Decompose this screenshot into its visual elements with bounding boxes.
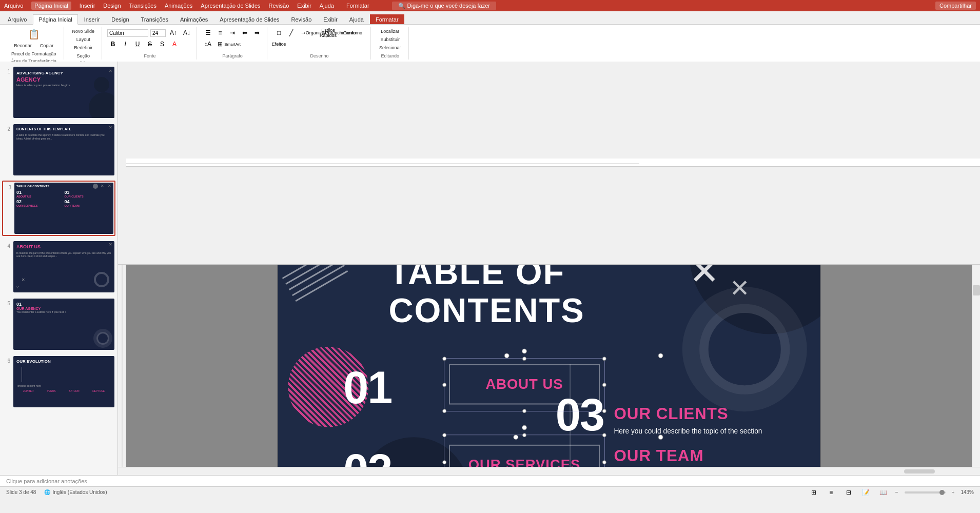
tab-arquivo[interactable]: Arquivo <box>2 14 32 24</box>
align-right-button[interactable]: ➡ <box>251 28 263 38</box>
zoom-out-button[interactable]: − <box>895 489 898 495</box>
handle-tm[interactable] <box>522 357 526 361</box>
strikethrough-button[interactable]: S <box>144 39 155 49</box>
about-us-box[interactable]: ABOUT US <box>449 364 600 404</box>
menu-apresentacao[interactable]: Apresentação de Slides <box>201 3 260 9</box>
tab-transicoes[interactable]: Transições <box>135 14 174 24</box>
tab-design[interactable]: Design <box>106 14 134 24</box>
slide-thumb-1[interactable]: 1 ADVERTISING AGENCY AGENCY Here is wher… <box>2 66 115 119</box>
handle-s-tm[interactable] <box>522 433 526 438</box>
horizontal-scrollbar[interactable] <box>118 467 980 475</box>
handle-bl[interactable] <box>442 409 446 413</box>
handle-tr[interactable] <box>602 357 606 361</box>
bullet-list-button[interactable]: ☰ <box>202 28 213 38</box>
indent-button[interactable]: ⇥ <box>227 28 238 38</box>
scroll-v-thumb[interactable] <box>973 285 980 295</box>
slide-thumb-2[interactable]: 2 CONTENTS OF THIS TEMPLATE A table to d… <box>2 123 115 176</box>
shape-effects-button[interactable]: Efeitos <box>273 39 285 49</box>
menu-transicoes[interactable]: Transições <box>129 3 156 9</box>
draw-line-button[interactable]: ╱ <box>286 28 297 38</box>
slide-thumb-3[interactable]: 3 TABLE OF CONTENTS 01 ABOUT US 03 OUR C… <box>2 181 115 236</box>
zoom-slider[interactable] <box>905 491 946 494</box>
shadow-button[interactable]: S <box>156 39 168 49</box>
slide3-close1[interactable]: ✕ <box>101 184 104 188</box>
slide-thumb-4[interactable]: 4 ABOUT US It could be the part of the p… <box>2 240 115 293</box>
vertical-scrollbar[interactable] <box>972 265 980 467</box>
handle-tl[interactable] <box>442 357 446 361</box>
view-reading-button[interactable]: 📖 <box>878 487 889 498</box>
menu-revisao[interactable]: Revisão <box>269 3 289 9</box>
tab-pagina-inicial[interactable]: Página Inicial <box>33 14 77 25</box>
number-02[interactable]: 02 <box>343 445 391 467</box>
text-direction-button[interactable]: ↕A <box>202 39 213 49</box>
rotate-handle-services[interactable] <box>522 425 527 430</box>
find-button[interactable]: Localizar <box>376 28 404 35</box>
tab-ajuda[interactable]: Ajuda <box>344 14 369 24</box>
scroll-h-thumb[interactable] <box>904 469 935 473</box>
tab-animacoes[interactable]: Animações <box>174 14 213 24</box>
convert-smartart-button[interactable]: SmartArt <box>227 39 238 49</box>
slide4-close[interactable]: ✕ <box>109 242 112 247</box>
bold-button[interactable]: B <box>107 39 119 49</box>
format-painter-button[interactable]: Pincel de Formatação <box>8 50 60 57</box>
handle-s-mr[interactable] <box>602 460 606 464</box>
slide-main[interactable]: ✕ ✕ TABLE OF CONTENTS <box>278 265 820 467</box>
rotate-handle-01[interactable] <box>504 353 509 359</box>
tab-apresentacao[interactable]: Apresentação de Slides <box>214 14 285 24</box>
section-button[interactable]: Seção <box>74 52 93 60</box>
copy-button[interactable]: Copiar <box>37 42 57 49</box>
view-normal-button[interactable]: ⊞ <box>808 487 819 498</box>
cut-button[interactable]: Recortar <box>11 42 35 49</box>
handle-br[interactable] <box>602 409 606 413</box>
handle-s-tl[interactable] <box>442 433 446 438</box>
tab-inserir[interactable]: Inserir <box>79 14 106 24</box>
handle-ml[interactable] <box>442 383 446 387</box>
menu-arquivo[interactable]: Arquivo <box>4 3 23 9</box>
slide-main-title[interactable]: TABLE OF CONTENTS <box>388 265 584 329</box>
font-color-button[interactable]: A <box>169 39 180 49</box>
view-outline-button[interactable]: ≡ <box>826 487 837 498</box>
rotate-handle-top[interactable] <box>522 349 527 354</box>
slide-thumb-6[interactable]: 6 OUR EVOLUTION Timeline content here JU… <box>2 355 115 408</box>
font-size-input[interactable] <box>150 29 166 37</box>
menu-inserir[interactable]: Inserir <box>80 3 95 9</box>
layout-button[interactable]: Layout <box>73 36 93 43</box>
slide1-close[interactable]: ✕ <box>109 69 112 73</box>
number-01[interactable]: 01 <box>343 362 391 413</box>
tab-revisao[interactable]: Revisão <box>286 14 318 24</box>
rotate-handle-04[interactable] <box>658 353 663 359</box>
menu-pagina-inicial[interactable]: Página Inicial <box>31 2 71 10</box>
menu-design[interactable]: Design <box>103 3 121 9</box>
menu-formatar[interactable]: Formatar <box>342 2 374 10</box>
menu-ajuda[interactable]: Ajuda <box>320 3 334 9</box>
align-left-button[interactable]: ⬅ <box>239 28 250 38</box>
notes-bar[interactable]: Clique para adicionar anotações <box>0 475 980 486</box>
our-team-title[interactable]: OUR TEAM <box>614 447 805 465</box>
numbered-list-button[interactable]: ≡ <box>214 28 226 38</box>
view-slide-sorter-button[interactable]: ⊟ <box>843 487 854 498</box>
underline-button[interactable]: U <box>132 39 143 49</box>
search-box[interactable]: 🔍 Diga-me o que você deseja fazer <box>392 2 496 10</box>
slide-canvas-wrap[interactable]: ✕ ✕ TABLE OF CONTENTS <box>126 265 972 467</box>
handle-s-tr[interactable] <box>602 433 606 438</box>
zoom-level[interactable]: 143% <box>961 489 974 495</box>
slide-thumb-5[interactable]: 5 01 OUR AGENCY You could enter a subtit… <box>2 298 115 351</box>
handle-s-ml[interactable] <box>442 460 446 464</box>
font-size-down-button[interactable]: A↓ <box>181 28 192 38</box>
reset-button[interactable]: Redefinir <box>71 44 95 51</box>
handle-mr[interactable] <box>602 383 606 387</box>
menu-animacoes[interactable]: Animações <box>165 3 192 9</box>
handle-bm[interactable] <box>522 409 526 413</box>
slide3-close2[interactable]: ✕ <box>108 184 111 188</box>
view-notes-button[interactable]: 📝 <box>860 487 872 498</box>
our-clients-title[interactable]: OUR CLIENTS <box>614 405 805 423</box>
slide2-close[interactable]: ✕ <box>109 125 112 130</box>
our-services-box[interactable]: OUR SERVICES <box>449 445 600 467</box>
shape-outline-button[interactable]: Contorno <box>347 28 359 38</box>
paste-button[interactable]: 📋 <box>25 28 43 41</box>
zoom-in-button[interactable]: + <box>952 489 955 495</box>
italic-button[interactable]: I <box>120 39 131 49</box>
menu-exibir[interactable]: Exibir <box>297 3 311 9</box>
font-name-input[interactable] <box>107 29 148 37</box>
share-button[interactable]: Compartilhar <box>935 2 976 10</box>
